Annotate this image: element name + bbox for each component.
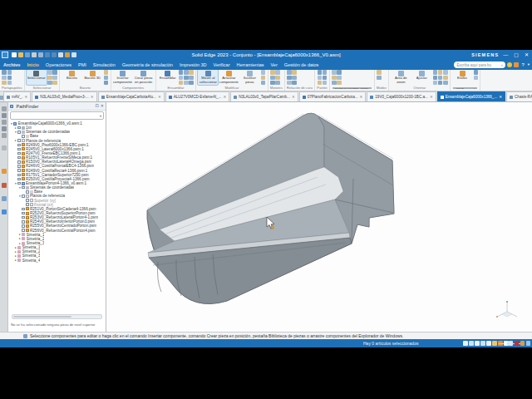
sensors-tab-icon[interactable] <box>2 196 7 201</box>
ribbon-small-button[interactable] <box>270 81 275 86</box>
visibility-checkbox[interactable] <box>17 178 21 181</box>
dock-mini-3-icon[interactable] <box>2 120 7 125</box>
ribbon-small-button[interactable] <box>433 81 438 86</box>
layers-tab-icon[interactable] <box>2 183 7 188</box>
ribbon-small-button[interactable] <box>474 70 479 75</box>
ribbon-small-button[interactable] <box>261 70 266 75</box>
status-shade-icon[interactable] <box>469 341 474 346</box>
print-icon[interactable] <box>32 52 37 57</box>
ribbon-tab-impresion-3d[interactable]: Impresión 3D <box>176 60 210 70</box>
ribbon-small-button[interactable] <box>318 81 323 86</box>
ribbon-small-button[interactable] <box>292 76 297 81</box>
status-styles-icon[interactable] <box>492 341 497 346</box>
close-tab-icon[interactable]: ✕ <box>292 95 295 99</box>
ribbon-small-button[interactable] <box>433 70 438 75</box>
visibility-checkbox[interactable] <box>17 174 21 177</box>
ribbon-small-button[interactable] <box>438 70 443 75</box>
customize-icon[interactable] <box>71 52 76 57</box>
ribbon-small-button[interactable] <box>433 76 438 81</box>
document-tab[interactable]: ALU27V0MCD-EsfameAl_...✕ <box>165 91 229 101</box>
ribbon-small-button[interactable] <box>189 76 194 81</box>
ribbon-tab-gestion-datos[interactable]: Gestión de datos <box>281 60 323 70</box>
visibility-checkbox[interactable] <box>22 224 25 228</box>
ribbon-small-button[interactable] <box>2 70 7 75</box>
visibility-checkbox[interactable] <box>22 135 25 138</box>
ribbon-small-button[interactable] <box>337 81 342 86</box>
ribbon-small-button[interactable] <box>332 81 337 86</box>
ribbon-small-button[interactable] <box>270 70 275 75</box>
ribbon-small-button[interactable] <box>47 70 52 75</box>
ribbon-small-button[interactable] <box>323 81 328 86</box>
ribbon-small-button[interactable] <box>275 76 280 81</box>
app-icon[interactable] <box>2 52 8 58</box>
3d-viewport[interactable] <box>106 102 532 332</box>
ribbon-small-button[interactable] <box>2 76 7 81</box>
ribbon-small-button[interactable] <box>332 76 337 81</box>
status-fit-icon[interactable] <box>509 341 514 346</box>
visibility-checkbox[interactable] <box>17 160 21 164</box>
ribbon-small-button[interactable] <box>337 76 342 81</box>
-rea-de-zoom-button[interactable]: Área de zoom <box>391 70 411 85</box>
ribbon-small-button[interactable] <box>377 76 382 81</box>
ribbon-small-button[interactable] <box>184 76 189 81</box>
zoom-slider-thumb[interactable] <box>504 342 507 345</box>
ribbon-small-button[interactable] <box>275 81 280 86</box>
dock-mini-2-icon[interactable] <box>2 113 7 118</box>
ribbon-small-button[interactable] <box>47 81 52 86</box>
ribbon-small-button[interactable] <box>179 81 184 86</box>
minimize-button[interactable]: — <box>501 50 510 60</box>
ribbon-small-button[interactable] <box>7 81 12 86</box>
pin-icon[interactable]: ⊡ <box>96 102 99 110</box>
command-search-input[interactable]: Escriba aquí para bu ⌕ <box>454 62 505 68</box>
pathfinder-hscrollbar[interactable] <box>12 314 102 319</box>
visibility-checkbox[interactable] <box>22 186 25 190</box>
visibility-checkbox[interactable] <box>26 190 29 194</box>
ribbon-small-button[interactable] <box>104 81 109 86</box>
close-tab-icon[interactable]: ✕ <box>223 95 226 99</box>
ribbon-tab-ver[interactable]: Ver <box>267 60 280 70</box>
ribbon-small-button[interactable] <box>323 70 328 75</box>
ribbon-tab-simulacion[interactable]: Simulación <box>90 60 119 70</box>
ribbon-tab-operaciones[interactable]: Operaciones <box>42 60 75 70</box>
ribbon-collapse-icon[interactable]: ▾ <box>527 60 530 70</box>
ajustar-button[interactable]: Ajustar <box>411 70 431 85</box>
select-tool-icon[interactable] <box>58 52 63 57</box>
ribbon-tab-herramientas[interactable]: Herramientas <box>233 60 267 70</box>
ribbon-small-button[interactable] <box>104 70 109 75</box>
ribbon-small-button[interactable] <box>275 70 280 75</box>
ribbon-small-button[interactable] <box>318 76 323 81</box>
ribbon-small-button[interactable] <box>292 70 297 75</box>
visibility-checkbox[interactable] <box>26 199 29 202</box>
visibility-checkbox[interactable] <box>22 216 25 219</box>
visibility-checkbox[interactable] <box>17 165 21 168</box>
ribbon-small-button[interactable] <box>261 76 266 81</box>
ribbon-small-button[interactable] <box>443 76 448 81</box>
document-tab[interactable]: N3LAL03v0_TapaPilarCamb...✕ <box>230 91 298 101</box>
document-tab[interactable]: 19V0_Caja6000x1200-1BC.a...✕ <box>367 91 436 101</box>
notifications-icon[interactable] <box>514 62 519 67</box>
document-tab[interactable]: 07PlanoFabricacionCarbota...✕ <box>299 91 367 101</box>
ribbon-tab-geometria-simulacion[interactable]: Geometría de simulación <box>119 60 176 70</box>
dock-mini-5-icon[interactable] <box>2 133 7 138</box>
ribbon-combo[interactable]: Temp▾ <box>453 87 477 90</box>
dock-mini-1-icon[interactable] <box>2 106 7 111</box>
ribbon-small-button[interactable] <box>323 76 328 81</box>
ribbon-small-button[interactable] <box>261 81 266 86</box>
status-capture-icon[interactable] <box>520 341 525 346</box>
ribbon-small-button[interactable] <box>443 81 448 86</box>
mover-al-seleccionar-button[interactable]: Mover al seleccionar <box>198 70 218 85</box>
visibility-checkbox[interactable] <box>17 131 21 134</box>
status-camera-icon[interactable] <box>486 341 491 346</box>
pathfinder-filter-combo[interactable]: ▾ <box>10 111 104 120</box>
ribbon-small-button[interactable] <box>184 81 189 86</box>
visibility-checkbox[interactable] <box>17 182 21 185</box>
document-tab[interactable]: N3LAL03v0_MediaPiso+3-...✕ <box>32 91 96 101</box>
visibility-checkbox[interactable] <box>22 208 25 211</box>
close-tab-icon[interactable]: ✕ <box>360 95 363 99</box>
visibility-checkbox[interactable] <box>22 229 25 232</box>
ribbon-small-button[interactable] <box>52 81 57 86</box>
status-alert-icon[interactable] <box>515 341 520 346</box>
visibility-checkbox[interactable] <box>17 144 21 147</box>
ribbon-small-button[interactable] <box>287 70 292 75</box>
ribbon-tab-inicio[interactable]: Inicio <box>23 60 42 70</box>
